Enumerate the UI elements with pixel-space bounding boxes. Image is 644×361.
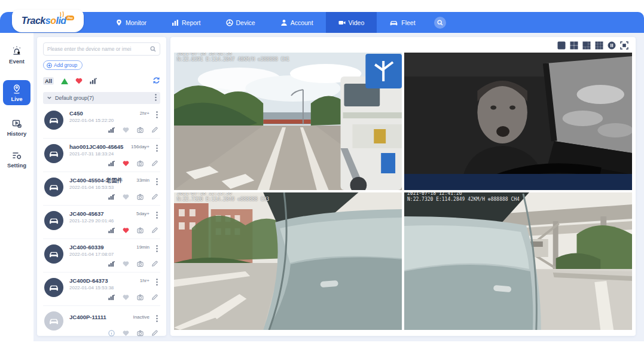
nav-item-report[interactable]: Report bbox=[159, 12, 213, 33]
search-icon[interactable] bbox=[150, 46, 156, 52]
favorite-icon[interactable] bbox=[123, 160, 129, 167]
filter-online-icon[interactable] bbox=[61, 78, 68, 84]
kebab-menu-icon[interactable] bbox=[156, 244, 158, 255]
device-avatar bbox=[44, 178, 63, 197]
video-grid: 2021-07-18 18:02:38 N:22.0391 E:114.2847… bbox=[174, 53, 632, 330]
camera-icon[interactable] bbox=[137, 160, 144, 167]
kebab-menu-icon[interactable] bbox=[155, 93, 157, 103]
device-avatar bbox=[44, 244, 63, 264]
nav-item-account[interactable]: Account bbox=[268, 12, 326, 33]
device-last-time: 2022-01-04 16:53:53 bbox=[69, 185, 114, 190]
kebab-menu-icon[interactable] bbox=[156, 210, 158, 221]
kebab-menu-icon[interactable] bbox=[156, 277, 158, 288]
info-icon[interactable] bbox=[108, 330, 115, 336]
device-list-item[interactable]: JC400-60339 2022-01-04 17:08:07 19min bbox=[43, 239, 160, 273]
nav-item-video[interactable]: Video bbox=[326, 12, 377, 33]
device-list-item[interactable]: JC400-45637 2021-12-29 20:01:46 5day+ bbox=[43, 206, 160, 239]
nav-item-device[interactable]: Device bbox=[213, 12, 268, 33]
signal-icon[interactable] bbox=[108, 127, 115, 133]
device-name[interactable]: JC400D-64373 bbox=[69, 277, 108, 284]
edit-icon[interactable] bbox=[151, 227, 158, 234]
favorite-icon[interactable] bbox=[123, 227, 129, 234]
device-list-item[interactable]: JC400P-11111 Inactive bbox=[43, 306, 160, 339]
device-name[interactable]: JC400-45504-老固件 bbox=[69, 177, 123, 185]
device-name[interactable]: JC400-60339 bbox=[69, 244, 104, 250]
edit-icon[interactable] bbox=[151, 127, 158, 133]
device-list-item[interactable]: C450 2022-01-04 15:22:20 2hr+ bbox=[43, 105, 160, 139]
device-name[interactable]: JC400P-11111 bbox=[69, 314, 106, 320]
video-overlay-text: 2021-07-18 12:41:26 N:22.7320 E:114.2849… bbox=[407, 192, 520, 203]
video-feed-ch1[interactable]: 2021-07-18 18:02:38 N:22.0391 E:114.2847… bbox=[174, 53, 402, 190]
device-actions bbox=[108, 127, 158, 133]
user-icon bbox=[280, 19, 288, 26]
device-list-item[interactable]: hao001JC400-45645 2021-07-31 18:33:24 15… bbox=[43, 139, 160, 172]
camera-icon[interactable] bbox=[137, 330, 144, 336]
search-icon[interactable] bbox=[434, 17, 446, 29]
edit-icon[interactable] bbox=[151, 330, 158, 336]
filter-all[interactable]: All bbox=[43, 77, 54, 85]
signal-icon[interactable] bbox=[108, 261, 115, 267]
device-filter-row: All bbox=[43, 76, 160, 87]
kebab-menu-icon[interactable] bbox=[156, 314, 158, 325]
filter-favorite-icon[interactable] bbox=[75, 76, 83, 87]
kebab-menu-icon[interactable] bbox=[156, 177, 158, 188]
favorite-icon[interactable] bbox=[123, 330, 129, 336]
video-feed-ch2[interactable] bbox=[404, 53, 632, 190]
device-list: C450 2022-01-04 15:22:20 2hr+ hao001JC40… bbox=[43, 105, 160, 339]
device-last-time: 2022-01-04 15:22:20 bbox=[69, 118, 114, 123]
kebab-menu-icon[interactable] bbox=[156, 143, 158, 154]
pin-icon bbox=[115, 19, 123, 26]
brand-logo-text: TracksolidPro bbox=[22, 16, 74, 26]
quad-view-icon[interactable] bbox=[570, 41, 578, 50]
signal-icon[interactable] bbox=[108, 160, 115, 167]
add-group-button[interactable]: Add group bbox=[43, 60, 83, 70]
video-feed-ch3[interactable]: 2021-07-18 12:23:30 N:22.7320 E:114.2849… bbox=[174, 192, 402, 330]
sidebar-item-live[interactable]: Live bbox=[3, 80, 30, 105]
favorite-icon[interactable] bbox=[123, 294, 129, 301]
favorite-icon[interactable] bbox=[123, 194, 129, 200]
edit-icon[interactable] bbox=[151, 294, 158, 301]
filter-signal-icon[interactable] bbox=[90, 76, 97, 87]
single-view-icon[interactable] bbox=[557, 41, 566, 50]
device-name[interactable]: hao001JC400-45645 bbox=[69, 143, 123, 150]
device-name[interactable]: C450 bbox=[69, 110, 83, 117]
nav-item-monitor[interactable]: Monitor bbox=[103, 12, 159, 33]
device-list-item[interactable]: JC400-45504-老固件 2022-01-04 16:53:53 33mi… bbox=[43, 172, 160, 206]
device-search-input[interactable] bbox=[47, 46, 150, 52]
signal-icon[interactable] bbox=[108, 227, 115, 234]
group-header[interactable]: Default group(7) bbox=[43, 92, 160, 104]
camera-icon[interactable] bbox=[137, 194, 144, 200]
refresh-icon[interactable] bbox=[152, 76, 160, 87]
camera-icon[interactable] bbox=[137, 227, 144, 234]
car-icon bbox=[389, 19, 398, 26]
device-actions bbox=[108, 227, 158, 234]
device-list-item[interactable]: JC400D-64373 2022-01-04 15:53:38 1hr+ bbox=[43, 273, 160, 306]
video-feed-ch4[interactable]: 2021-07-18 12:41:26 N:22.7320 E:114.2849… bbox=[404, 192, 632, 330]
nav-item-fleet[interactable]: Fleet bbox=[377, 12, 428, 33]
sidebar-item-history[interactable]: History bbox=[0, 118, 33, 137]
six-view-icon[interactable] bbox=[582, 41, 591, 50]
edit-icon[interactable] bbox=[151, 194, 158, 200]
kebab-menu-icon[interactable] bbox=[156, 110, 158, 121]
camera-icon[interactable] bbox=[137, 294, 144, 301]
favorite-icon[interactable] bbox=[123, 261, 129, 267]
camera-icon[interactable] bbox=[137, 127, 144, 133]
driver-camera-scene bbox=[404, 53, 632, 190]
sidebar-item-event[interactable]: Event bbox=[0, 46, 33, 65]
sidebar-item-setting[interactable]: Setting bbox=[0, 150, 33, 169]
video-layout-toolbar bbox=[557, 41, 628, 50]
signal-icon[interactable] bbox=[108, 194, 115, 200]
edit-icon[interactable] bbox=[151, 261, 158, 267]
device-avatar bbox=[44, 311, 63, 331]
favorite-icon[interactable] bbox=[123, 127, 129, 133]
signal-icon[interactable] bbox=[108, 294, 115, 301]
device-name[interactable]: JC400-45637 bbox=[69, 210, 104, 217]
video-overlay-text: 2021-07-18 18:02:38 N:22.0391 E:114.2847… bbox=[177, 53, 289, 63]
fullscreen-icon[interactable] bbox=[620, 41, 628, 50]
pause-icon[interactable] bbox=[608, 41, 616, 50]
brand-logo[interactable]: TracksolidPro bbox=[12, 10, 84, 32]
nine-view-icon[interactable] bbox=[595, 41, 603, 50]
edit-icon[interactable] bbox=[151, 160, 158, 167]
camera-icon[interactable] bbox=[137, 261, 144, 267]
device-avatar bbox=[44, 144, 63, 163]
